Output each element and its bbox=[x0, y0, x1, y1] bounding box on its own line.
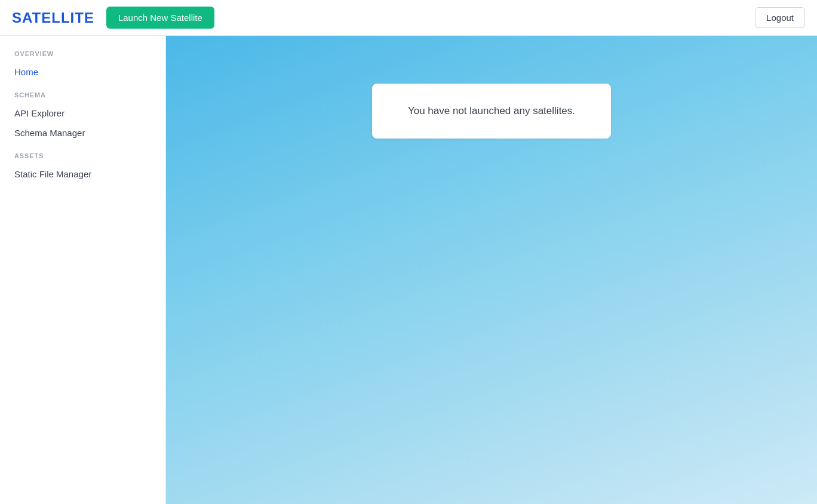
header: SATELLITE Launch New Satellite Logout bbox=[0, 0, 817, 36]
launch-new-satellite-button[interactable]: Launch New Satellite bbox=[106, 7, 214, 29]
header-left: SATELLITE Launch New Satellite bbox=[12, 7, 214, 29]
sidebar-section-assets: ASSETS bbox=[0, 152, 165, 159]
sidebar-item-static-file-manager[interactable]: Static File Manager bbox=[0, 164, 165, 184]
sidebar-section-schema: SCHEMA bbox=[0, 91, 165, 99]
main-layout: OVERVIEW Home SCHEMA API Explorer Schema… bbox=[0, 36, 817, 504]
sidebar: OVERVIEW Home SCHEMA API Explorer Schema… bbox=[0, 36, 166, 504]
empty-message-card: You have not launched any satellites. bbox=[372, 84, 611, 139]
sidebar-item-schema-manager[interactable]: Schema Manager bbox=[0, 123, 165, 143]
sidebar-item-home[interactable]: Home bbox=[0, 62, 165, 82]
content-area: You have not launched any satellites. bbox=[166, 36, 817, 504]
logout-button[interactable]: Logout bbox=[755, 7, 805, 28]
logo: SATELLITE bbox=[12, 10, 94, 26]
sidebar-item-api-explorer[interactable]: API Explorer bbox=[0, 103, 165, 123]
empty-message-text: You have not launched any satellites. bbox=[408, 105, 575, 116]
sidebar-section-overview: OVERVIEW bbox=[0, 50, 165, 57]
